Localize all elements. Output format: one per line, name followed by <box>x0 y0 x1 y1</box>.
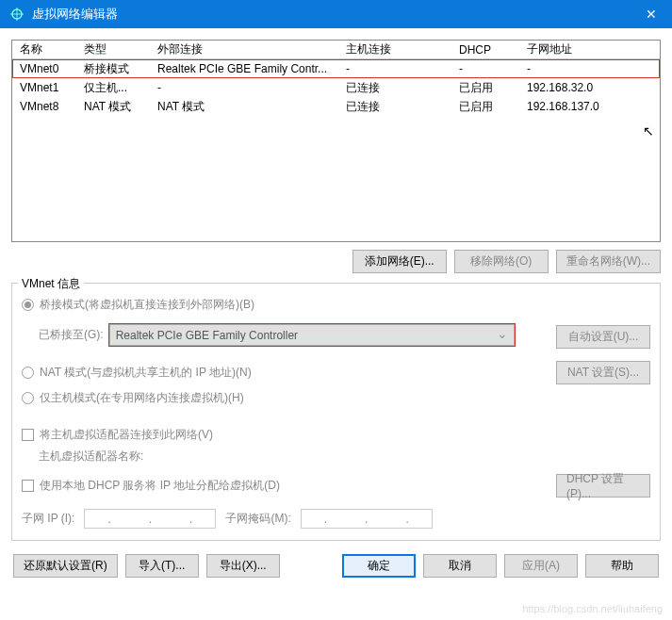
table-row[interactable]: VMnet0 桥接模式 Realtek PCIe GBE Family Cont… <box>12 59 660 78</box>
cell-subnet: 192.168.32.0 <box>527 81 656 94</box>
auto-settings-button[interactable]: 自动设置(U)... <box>556 325 650 349</box>
titlebar: 虚拟网络编辑器 ✕ <box>0 0 672 28</box>
subnet-ip-input[interactable]: . . . <box>84 509 216 529</box>
use-dhcp-label: 使用本地 DHCP 服务将 IP 地址分配给虚拟机(D) <box>40 478 280 494</box>
remove-network-button[interactable]: 移除网络(O) <box>454 250 549 273</box>
col-ext[interactable]: 外部连接 <box>157 41 346 57</box>
dhcp-row: 使用本地 DHCP 服务将 IP 地址分配给虚拟机(D) DHCP 设置(P).… <box>22 474 650 498</box>
cell-type: 桥接模式 <box>84 61 157 77</box>
close-button[interactable]: ✕ <box>630 0 672 28</box>
cell-ext: Realtek PCIe GBE Family Contr... <box>157 62 346 75</box>
col-subnet[interactable]: 子网地址 <box>527 41 656 57</box>
checkbox-icon <box>22 429 34 441</box>
cell-host: 已连接 <box>346 80 459 96</box>
import-button[interactable]: 导入(T)... <box>125 554 199 578</box>
bridge-adapter-value: Realtek PCIe GBE Family Controller <box>116 329 298 342</box>
table-buttons: 添加网络(E)... 移除网络(O) 重命名网络(W)... <box>11 250 661 273</box>
radio-icon <box>22 299 34 311</box>
connect-host-check[interactable]: 将主机虚拟适配器连接到此网络(V) <box>22 427 650 443</box>
vmnet-info-legend: VMnet 信息 <box>18 276 84 292</box>
subnet-mask-input[interactable]: . . . <box>301 509 433 529</box>
host-adapter-name-label: 主机虚拟适配器名称: <box>39 449 650 465</box>
export-button[interactable]: 导出(X)... <box>206 554 280 578</box>
nat-mode-row: NAT 模式(与虚拟机共享主机的 IP 地址)(N) NAT 设置(S)... <box>22 361 650 384</box>
content-area: 名称 类型 外部连接 主机连接 DHCP 子网地址 VMnet0 桥接模式 Re… <box>0 28 672 589</box>
table-header: 名称 类型 外部连接 主机连接 DHCP 子网地址 <box>12 41 660 59</box>
connect-host-label: 将主机虚拟适配器连接到此网络(V) <box>40 427 213 443</box>
cell-name: VMnet0 <box>16 62 84 75</box>
bridge-mode-label: 桥接模式(将虚拟机直接连接到外部网络)(B) <box>40 297 254 313</box>
cell-dhcp: - <box>459 62 527 75</box>
cell-ext: NAT 模式 <box>157 99 346 115</box>
network-table: 名称 类型 外部连接 主机连接 DHCP 子网地址 VMnet0 桥接模式 Re… <box>11 40 661 242</box>
cell-dhcp: 已启用 <box>459 99 527 115</box>
nat-mode-label: NAT 模式(与虚拟机共享主机的 IP 地址)(N) <box>40 365 252 381</box>
nat-settings-button[interactable]: NAT 设置(S)... <box>556 361 650 384</box>
radio-icon <box>22 367 34 379</box>
cell-subnet: 192.168.137.0 <box>527 100 656 113</box>
app-icon <box>9 7 25 22</box>
bridged-to-label: 已桥接至(G): <box>39 327 104 343</box>
hostonly-mode-label: 仅主机模式(在专用网络内连接虚拟机)(H) <box>40 390 244 406</box>
col-type[interactable]: 类型 <box>84 41 157 57</box>
col-dhcp[interactable]: DHCP <box>459 43 527 57</box>
bridge-adapter-select[interactable]: Realtek PCIe GBE Family Controller <box>109 324 515 346</box>
radio-icon <box>22 392 34 404</box>
hostonly-mode-radio[interactable]: 仅主机模式(在专用网络内连接虚拟机)(H) <box>22 390 650 406</box>
cell-name: VMnet8 <box>16 100 84 113</box>
table-row[interactable]: VMnet8 NAT 模式 NAT 模式 已连接 已启用 192.168.137… <box>12 97 660 116</box>
subnet-row: 子网 IP (I): . . . 子网掩码(M): . . . <box>22 509 650 529</box>
cell-subnet: - <box>527 62 656 75</box>
cell-type: NAT 模式 <box>84 99 157 115</box>
nat-mode-radio[interactable]: NAT 模式(与虚拟机共享主机的 IP 地址)(N) <box>22 365 252 381</box>
bridge-select-row: 已桥接至(G): Realtek PCIe GBE Family Control… <box>22 318 650 355</box>
use-dhcp-check[interactable]: 使用本地 DHCP 服务将 IP 地址分配给虚拟机(D) <box>22 478 280 494</box>
cell-ext: - <box>157 81 346 94</box>
cell-dhcp: 已启用 <box>459 80 527 96</box>
vmnet-info-group: VMnet 信息 桥接模式(将虚拟机直接连接到外部网络)(B) 已桥接至(G):… <box>11 283 661 541</box>
cell-name: VMnet1 <box>16 81 84 94</box>
col-host[interactable]: 主机连接 <box>346 41 459 57</box>
subnet-ip-label: 子网 IP (I): <box>22 511 74 527</box>
bridge-mode-radio[interactable]: 桥接模式(将虚拟机直接连接到外部网络)(B) <box>22 297 650 313</box>
dhcp-settings-button[interactable]: DHCP 设置(P)... <box>556 474 650 498</box>
window-title: 虚拟网络编辑器 <box>32 6 118 23</box>
add-network-button[interactable]: 添加网络(E)... <box>352 250 447 273</box>
apply-button[interactable]: 应用(A) <box>504 554 578 578</box>
col-name[interactable]: 名称 <box>16 41 84 57</box>
cell-type: 仅主机... <box>84 80 157 96</box>
restore-defaults-button[interactable]: 还原默认设置(R) <box>13 554 118 578</box>
subnet-mask-label: 子网掩码(M): <box>225 511 290 527</box>
cell-host: - <box>346 62 459 75</box>
checkbox-icon <box>22 480 34 492</box>
table-row[interactable]: VMnet1 仅主机... - 已连接 已启用 192.168.32.0 <box>12 78 660 97</box>
dialog-buttons: 还原默认设置(R) 导入(T)... 导出(X)... 确定 取消 应用(A) … <box>11 554 661 578</box>
ok-button[interactable]: 确定 <box>342 554 416 578</box>
cancel-button[interactable]: 取消 <box>423 554 497 578</box>
rename-network-button[interactable]: 重命名网络(W)... <box>556 250 661 273</box>
cursor-icon: ↖ <box>643 123 654 139</box>
cell-host: 已连接 <box>346 99 459 115</box>
watermark-text: https://blog.csdn.net/liuhaifeng <box>522 603 663 614</box>
help-button[interactable]: 帮助 <box>585 554 659 578</box>
